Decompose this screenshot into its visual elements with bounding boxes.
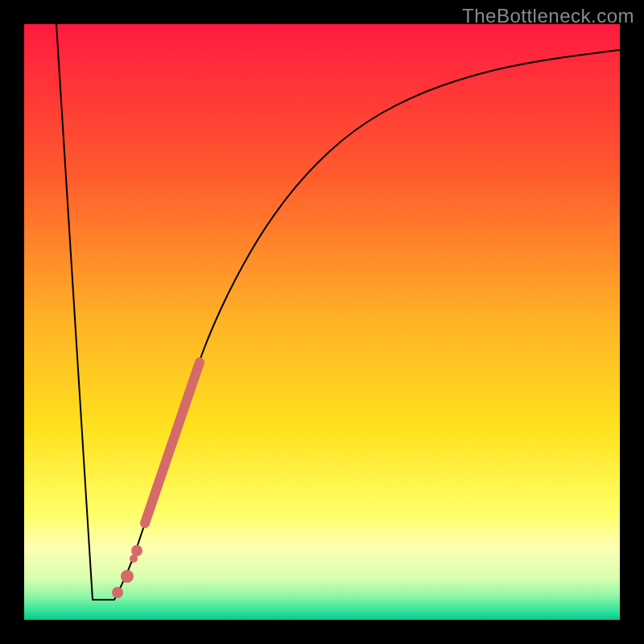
highlight-segment <box>145 362 200 523</box>
highlight-dot <box>131 545 142 556</box>
plot-area <box>24 24 620 620</box>
chart-overlay <box>24 24 620 620</box>
highlight-dot <box>112 587 123 598</box>
chart-frame: TheBottleneck.com <box>0 0 644 644</box>
series-curve-left <box>56 24 114 600</box>
watermark-label: TheBottleneck.com <box>462 5 634 27</box>
series-curve-right <box>114 50 620 600</box>
highlight-dot <box>121 570 134 583</box>
highlight-dot <box>130 555 138 563</box>
